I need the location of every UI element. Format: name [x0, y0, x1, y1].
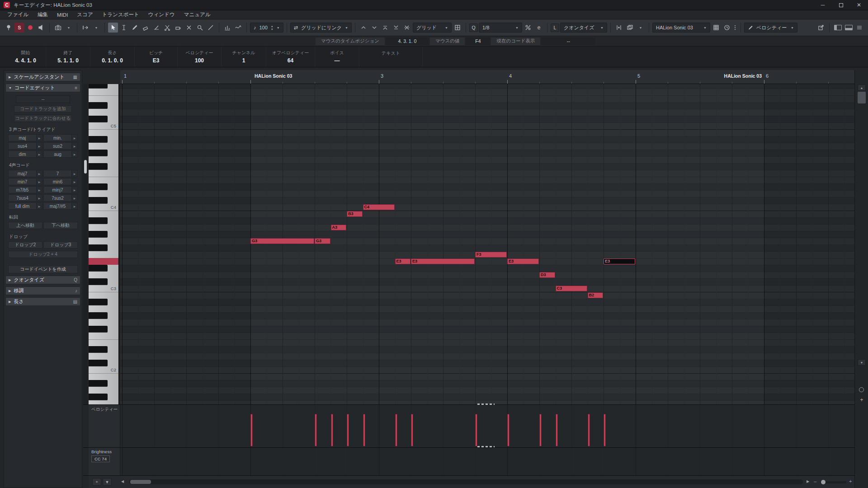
piano-key-black[interactable]	[89, 346, 108, 353]
chord-expand-arrow-icon[interactable]: ▶	[36, 143, 42, 149]
drop-button-0[interactable]: ドロップ2	[8, 241, 42, 249]
lane-resize-handle[interactable]	[477, 404, 495, 405]
nudge-down-bar-icon[interactable]	[391, 23, 401, 33]
tetrad-button-4[interactable]: m7/b5 ▶	[8, 186, 42, 193]
tetrad-button-7[interactable]: 7sus2 ▶	[43, 194, 78, 202]
velocity-bar-C4[interactable]	[363, 414, 365, 446]
event-colors-dropdown[interactable]: ベロシティー ▼	[744, 23, 797, 33]
piano-key-black[interactable]	[89, 217, 108, 224]
piano-key-black[interactable]	[89, 197, 108, 204]
open-in-project-window-icon[interactable]	[816, 23, 826, 33]
scroll-up-arrow[interactable]: ▲	[858, 84, 866, 91]
piano-keyboard[interactable]: C5C4C3C2	[89, 84, 119, 404]
midi-note-D3[interactable]: D3	[539, 272, 555, 278]
grid-overlay-icon[interactable]	[711, 23, 721, 33]
chord-expand-arrow-icon[interactable]: ▶	[36, 151, 42, 157]
piano-key-highlighted-E3[interactable]	[89, 258, 119, 265]
midi-note-E3[interactable]: E3	[411, 258, 475, 264]
piano-key-black[interactable]	[89, 265, 108, 272]
vertical-zoom-thumb[interactable]	[859, 387, 864, 392]
tool-range-selection[interactable]	[119, 23, 129, 33]
cc-lane[interactable]	[120, 448, 854, 475]
cc-number-box[interactable]: CC 74	[91, 455, 110, 462]
acoustic-feedback-icon[interactable]	[36, 23, 46, 33]
lane-divider[interactable]	[83, 447, 854, 448]
section-scale-assistant[interactable]: ▶ スケールアシスタント ▦	[5, 73, 80, 81]
scroll-left-arrow[interactable]: ◀	[121, 479, 124, 483]
chord-expand-arrow-icon[interactable]: ▶	[36, 170, 42, 177]
tool-draw[interactable]	[130, 23, 140, 33]
nudge-down-icon[interactable]	[369, 23, 379, 33]
scroll-right-arrow[interactable]: ▶	[807, 479, 809, 483]
piano-key-black[interactable]	[89, 312, 108, 319]
maximize-button[interactable]	[832, 0, 850, 10]
grid-plus-minus-icon[interactable]	[453, 23, 462, 33]
triad-button-1[interactable]: min. ▶	[43, 134, 78, 141]
note-display-grid[interactable]: G3G3A3B3C4E3E3F3E3D3C3B2E3	[120, 84, 854, 404]
velocity-lane-label[interactable]: ベロシティー	[89, 405, 120, 447]
piano-key-black[interactable]	[89, 380, 108, 387]
midi-note-E3[interactable]: E3	[507, 258, 539, 264]
quantize-preset-dropdown[interactable]: 1/8 ▼	[479, 23, 522, 33]
chord-expand-arrow-icon[interactable]: ▶	[71, 143, 77, 149]
add-controller-lane-button[interactable]: ＋	[92, 478, 101, 486]
triad-button-5[interactable]: aug ▶	[43, 150, 78, 158]
length-quantize-icon[interactable]: L	[551, 23, 559, 32]
menu-edit[interactable]: 編集	[33, 10, 52, 19]
velocity-bar-G3[interactable]	[250, 414, 253, 446]
piano-key-black[interactable]	[89, 231, 108, 238]
chord-expand-arrow-icon[interactable]: ▶	[71, 135, 77, 141]
vertical-zoom-in-icon[interactable]: +	[858, 396, 866, 403]
chord-expand-arrow-icon[interactable]: ▶	[71, 195, 77, 201]
tool-object-selection[interactable]	[108, 23, 118, 33]
more-options-icon[interactable]	[733, 25, 737, 30]
show-part-borders-icon[interactable]	[614, 23, 624, 33]
piano-key-black[interactable]	[89, 163, 108, 170]
camera-dropdown[interactable]: ▼	[64, 23, 74, 33]
drop-2-4-button[interactable]: ドロップ2 + 4	[8, 251, 78, 258]
midi-note-G3[interactable]: G3	[250, 238, 314, 244]
drop-button-1[interactable]: ドロップ3	[43, 241, 78, 249]
piano-key-black[interactable]	[89, 183, 108, 190]
insert-velocity-field[interactable]: ♪ 100 ▲▼ ▼	[250, 23, 283, 33]
chord-expand-arrow-icon[interactable]: ▶	[36, 187, 42, 193]
info-field-pitch[interactable]: ピッチ E3	[135, 47, 178, 67]
triad-button-4[interactable]: dim ▶	[8, 150, 42, 158]
midi-note-E3[interactable]: E3	[395, 258, 411, 264]
nudge-up-icon[interactable]	[359, 23, 368, 33]
tetrad-button-1[interactable]: 7 ▶	[43, 170, 78, 177]
midi-note-A3[interactable]: A3	[331, 225, 347, 230]
velocity-bar-E3[interactable]	[604, 414, 606, 446]
zoom-in-icon[interactable]: +	[849, 479, 852, 484]
tetrad-button-8[interactable]: full dim ▶	[8, 202, 42, 210]
chord-expand-arrow-icon[interactable]: ▶	[36, 135, 42, 141]
chord-expand-arrow-icon[interactable]: ▶	[71, 203, 77, 209]
triad-button-3[interactable]: sus2 ▶	[43, 142, 78, 150]
piano-key-black[interactable]	[89, 116, 108, 122]
create-chord-event-button[interactable]: コードイベントを作成	[8, 265, 78, 273]
piano-key-black[interactable]	[89, 150, 108, 156]
piano-key-black[interactable]	[89, 326, 108, 333]
velocity-bar-F3[interactable]	[475, 414, 477, 446]
triad-button-0[interactable]: maj ▶	[8, 134, 42, 141]
section-quantize[interactable]: ▶ クオンタイズ Q	[5, 276, 80, 284]
piano-key-black[interactable]	[89, 84, 108, 89]
lane-preset-dropdown[interactable]: ▼	[103, 478, 112, 486]
scroll-down-arrow[interactable]: ▼	[858, 359, 866, 366]
keyboard-zoom-strip[interactable]	[83, 84, 88, 404]
piano-key-black[interactable]	[89, 394, 108, 400]
piano-key-black[interactable]	[89, 278, 108, 285]
piano-key-black[interactable]	[89, 136, 108, 143]
menu-score[interactable]: スコア	[72, 10, 97, 19]
snap-toggle-icon[interactable]	[402, 23, 412, 33]
velocity-bar-C3[interactable]	[556, 414, 558, 446]
velocity-bar-B2[interactable]	[588, 414, 590, 446]
part-editing-dropdown[interactable]: ▼	[636, 23, 646, 33]
timeline-ruler[interactable]: 123456HALion Sonic 03HALion Sonic 03	[120, 70, 854, 84]
close-button[interactable]: ✕	[850, 0, 868, 10]
section-chord-edit[interactable]: ▼ コードエディット ≡	[5, 84, 80, 92]
insert-velocity-spinner[interactable]: ▲▼	[271, 25, 274, 31]
record-button[interactable]	[25, 23, 35, 33]
time-format-clock-icon[interactable]	[722, 23, 732, 33]
midi-note-B3[interactable]: B3	[347, 211, 363, 217]
